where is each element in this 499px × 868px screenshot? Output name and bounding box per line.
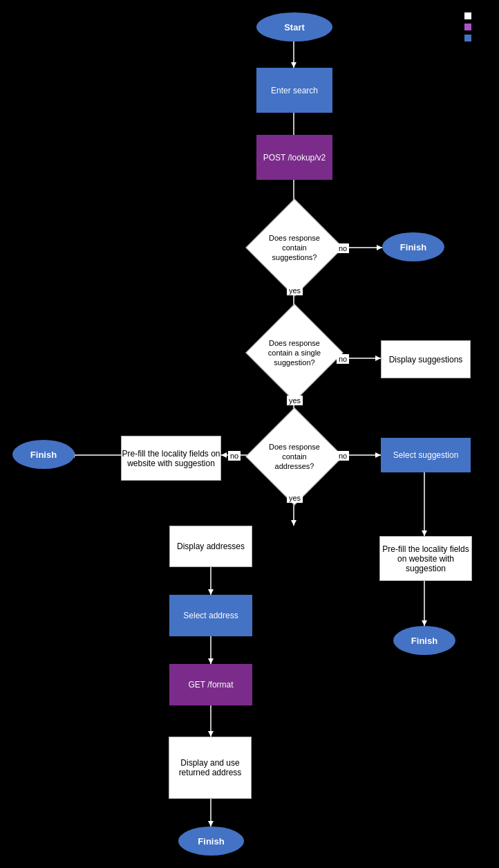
finish1-label: Finish [400,242,426,252]
legend-item-user [464,12,471,19]
finish-right-node: Finish [393,626,455,655]
decision3-label: Does response contain addresses? [267,442,322,472]
svg-marker-32 [422,530,427,536]
decision3-no-left-label: no [228,451,241,461]
display-addresses-node: Display addresses [169,526,252,567]
decision2-label: Does response contain a single suggestio… [267,338,322,368]
decision2-yes-label: yes [287,396,303,405]
legend [464,12,471,41]
display-suggestions-node: Display suggestions [381,340,471,378]
finish-right-label: Finish [411,636,437,646]
select-address-label: Select address [183,611,238,620]
start-node: Start [256,12,332,41]
display-returned-node: Display and use returned address [169,737,252,799]
finish-left-node: Finish [12,440,75,469]
legend-box-user [464,12,471,19]
legend-item-system [464,24,471,30]
decision1-node: Does response contain suggestions? [256,213,332,282]
svg-marker-31 [208,821,214,827]
decision3-no-right-label: no [337,451,349,461]
flowchart: Start Enter search POST /lookup/v2 Does … [0,0,499,868]
decision2-no-label: no [337,354,349,364]
post-lookup-node: POST /lookup/v2 [256,135,332,180]
finish1-node: Finish [382,232,444,261]
svg-marker-25 [291,520,296,526]
decision3-yes-label: yes [287,493,303,503]
svg-marker-26 [221,452,227,458]
svg-marker-28 [208,589,214,595]
post-lookup-label: POST /lookup/v2 [263,153,326,163]
get-format-label: GET /format [188,680,233,690]
decision3-node: Does response contain addresses? [256,422,332,491]
prefill-left-label: Pre-fill the locality fields on website … [122,449,220,468]
svg-marker-24 [375,452,381,458]
enter-search-label: Enter search [271,86,318,95]
select-address-node: Select address [169,595,252,636]
prefill-left-node: Pre-fill the locality fields on website … [121,436,221,481]
finish-bottom-label: Finish [198,836,224,847]
svg-marker-33 [422,620,427,626]
display-suggestions-label: Display suggestions [389,355,463,364]
display-returned-label: Display and use returned address [169,758,251,777]
start-label: Start [284,22,305,33]
finish-left-label: Finish [30,450,57,460]
legend-item-api [464,35,471,41]
prefill-right-node: Pre-fill the locality fields on website … [379,536,472,581]
finish-bottom-node: Finish [178,827,244,856]
svg-marker-17 [291,62,296,68]
svg-marker-22 [375,355,381,361]
decision2-node: Does response contain a single suggestio… [256,315,332,391]
decision1-label: Does response contain suggestions? [267,233,322,263]
get-format-node: GET /format [169,664,252,705]
decision1-no-label: no [337,243,349,253]
svg-marker-29 [208,658,214,664]
svg-marker-20 [377,245,382,250]
prefill-right-label: Pre-fill the locality fields on website … [380,544,471,573]
decision1-yes-label: yes [287,286,303,295]
legend-box-system [464,24,471,30]
svg-marker-30 [208,731,214,737]
legend-box-api [464,35,471,41]
display-addresses-label: Display addresses [177,542,245,551]
select-suggestion-node: Select suggestion [381,438,471,472]
enter-search-node: Enter search [256,68,332,113]
select-suggestion-label: Select suggestion [393,450,459,460]
